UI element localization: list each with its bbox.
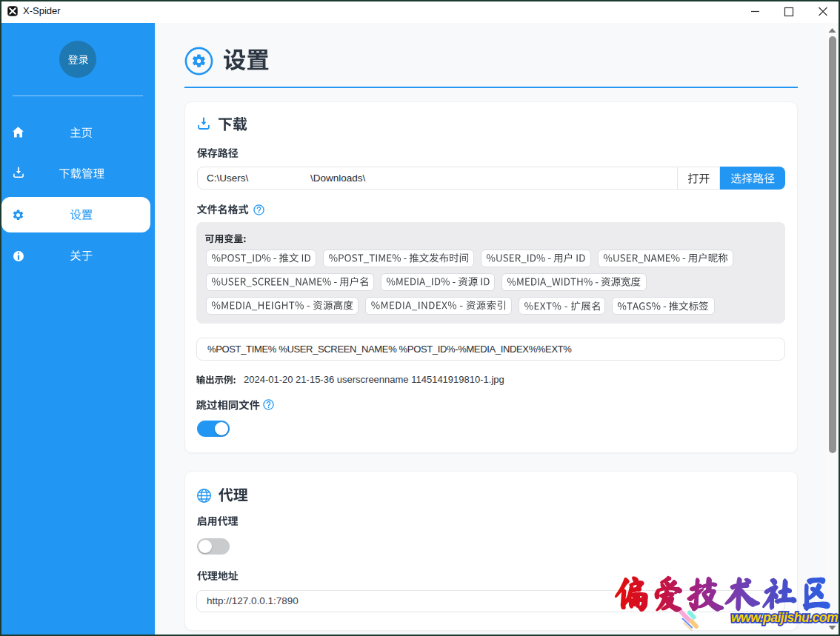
svg-text:www.paijishu.com: www.paijishu.com — [731, 610, 838, 625]
